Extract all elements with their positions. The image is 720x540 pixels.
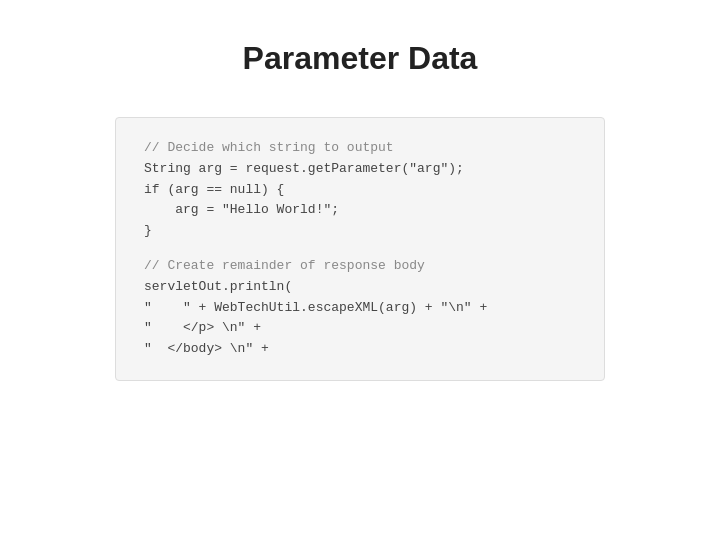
code-spacer [144, 242, 576, 256]
code-line-3: if (arg == null) { [144, 180, 576, 201]
code-line-9: " </p> \n" + [144, 318, 576, 339]
code-line-5: } [144, 221, 576, 242]
code-line-7: servletOut.println( [144, 277, 576, 298]
code-line-1: // Decide which string to output [144, 138, 576, 159]
code-line-4: arg = "Hello World!"; [144, 200, 576, 221]
code-line-10: " </body> \n" + [144, 339, 576, 360]
page-title: Parameter Data [243, 40, 478, 77]
code-line-2: String arg = request.getParameter("arg")… [144, 159, 576, 180]
code-line-6: // Create remainder of response body [144, 256, 576, 277]
code-line-8: " " + WebTechUtil.escapeXML(arg) + "\n" … [144, 298, 576, 319]
code-block: // Decide which string to output String … [115, 117, 605, 381]
